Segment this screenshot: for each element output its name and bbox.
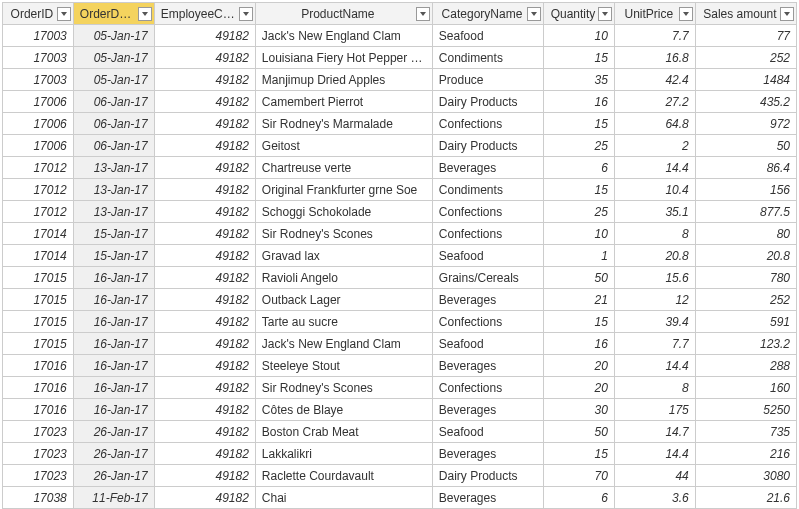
cell-categoryname[interactable]: Beverages [432, 443, 543, 465]
cell-categoryname[interactable]: Beverages [432, 355, 543, 377]
cell-categoryname[interactable]: Confections [432, 311, 543, 333]
cell-employeecode[interactable]: 49182 [154, 245, 255, 267]
cell-employeecode[interactable]: 49182 [154, 421, 255, 443]
cell-employeecode[interactable]: 49182 [154, 443, 255, 465]
cell-salesamount[interactable]: 80 [695, 223, 796, 245]
cell-orderid[interactable]: 17006 [3, 113, 74, 135]
cell-productname[interactable]: Raclette Courdavault [255, 465, 432, 487]
cell-unitprice[interactable]: 27.2 [614, 91, 695, 113]
cell-employeecode[interactable]: 49182 [154, 267, 255, 289]
cell-unitprice[interactable]: 14.4 [614, 157, 695, 179]
cell-unitprice[interactable]: 16.8 [614, 47, 695, 69]
column-header-quantity[interactable]: Quantity [544, 3, 615, 25]
cell-salesamount[interactable]: 50 [695, 135, 796, 157]
cell-categoryname[interactable]: Grains/Cereals [432, 267, 543, 289]
cell-orderid[interactable]: 17016 [3, 355, 74, 377]
cell-orderdate[interactable]: 16-Jan-17 [73, 289, 154, 311]
cell-categoryname[interactable]: Produce [432, 69, 543, 91]
cell-orderid[interactable]: 17003 [3, 69, 74, 91]
cell-employeecode[interactable]: 49182 [154, 113, 255, 135]
table-row[interactable]: 1701616-Jan-1749182Côtes de BlayeBeverag… [3, 399, 797, 421]
cell-quantity[interactable]: 6 [544, 157, 615, 179]
cell-unitprice[interactable]: 8 [614, 223, 695, 245]
cell-orderid[interactable]: 17006 [3, 91, 74, 113]
cell-salesamount[interactable]: 591 [695, 311, 796, 333]
cell-categoryname[interactable]: Seafood [432, 25, 543, 47]
cell-employeecode[interactable]: 49182 [154, 47, 255, 69]
table-row[interactable]: 1701516-Jan-1749182Ravioli AngeloGrains/… [3, 267, 797, 289]
cell-quantity[interactable]: 21 [544, 289, 615, 311]
cell-salesamount[interactable]: 3080 [695, 465, 796, 487]
cell-categoryname[interactable]: Seafood [432, 421, 543, 443]
cell-unitprice[interactable]: 64.8 [614, 113, 695, 135]
cell-unitprice[interactable]: 14.7 [614, 421, 695, 443]
cell-quantity[interactable]: 15 [544, 179, 615, 201]
cell-unitprice[interactable]: 15.6 [614, 267, 695, 289]
cell-unitprice[interactable]: 14.4 [614, 443, 695, 465]
cell-unitprice[interactable]: 14.4 [614, 355, 695, 377]
cell-orderdate[interactable]: 16-Jan-17 [73, 399, 154, 421]
cell-unitprice[interactable]: 42.4 [614, 69, 695, 91]
cell-employeecode[interactable]: 49182 [154, 201, 255, 223]
cell-categoryname[interactable]: Beverages [432, 399, 543, 421]
cell-orderid[interactable]: 17016 [3, 377, 74, 399]
cell-salesamount[interactable]: 5250 [695, 399, 796, 421]
cell-categoryname[interactable]: Beverages [432, 157, 543, 179]
column-header-orderdate[interactable]: OrderDate [73, 3, 154, 25]
table-row[interactable]: 1701516-Jan-1749182Jack's New England Cl… [3, 333, 797, 355]
cell-categoryname[interactable]: Confections [432, 223, 543, 245]
cell-productname[interactable]: Jack's New England Clam [255, 25, 432, 47]
column-header-categoryname[interactable]: CategoryName [432, 3, 543, 25]
cell-categoryname[interactable]: Dairy Products [432, 91, 543, 113]
cell-employeecode[interactable]: 49182 [154, 465, 255, 487]
column-header-employeecode[interactable]: EmployeeCode [154, 3, 255, 25]
filter-dropdown-icon[interactable] [57, 7, 71, 21]
cell-productname[interactable]: Original Frankfurter grne Soe [255, 179, 432, 201]
cell-orderid[interactable]: 17015 [3, 267, 74, 289]
cell-orderdate[interactable]: 16-Jan-17 [73, 311, 154, 333]
cell-orderid[interactable]: 17023 [3, 421, 74, 443]
cell-salesamount[interactable]: 160 [695, 377, 796, 399]
column-header-salesamount[interactable]: Sales amount [695, 3, 796, 25]
cell-salesamount[interactable]: 435.2 [695, 91, 796, 113]
cell-quantity[interactable]: 70 [544, 465, 615, 487]
cell-productname[interactable]: Lakkalikri [255, 443, 432, 465]
cell-orderdate[interactable]: 16-Jan-17 [73, 267, 154, 289]
cell-salesamount[interactable]: 780 [695, 267, 796, 289]
cell-quantity[interactable]: 25 [544, 201, 615, 223]
cell-categoryname[interactable]: Dairy Products [432, 135, 543, 157]
cell-orderid[interactable]: 17015 [3, 289, 74, 311]
cell-unitprice[interactable]: 2 [614, 135, 695, 157]
cell-productname[interactable]: Camembert Pierrot [255, 91, 432, 113]
table-row[interactable]: 1700305-Jan-1749182Jack's New England Cl… [3, 25, 797, 47]
cell-salesamount[interactable]: 288 [695, 355, 796, 377]
cell-productname[interactable]: Schoggi Schokolade [255, 201, 432, 223]
cell-categoryname[interactable]: Confections [432, 113, 543, 135]
table-row[interactable]: 1701415-Jan-1749182Sir Rodney's SconesCo… [3, 223, 797, 245]
cell-productname[interactable]: Boston Crab Meat [255, 421, 432, 443]
cell-quantity[interactable]: 15 [544, 311, 615, 333]
cell-unitprice[interactable]: 8 [614, 377, 695, 399]
cell-productname[interactable]: Gravad lax [255, 245, 432, 267]
cell-orderdate[interactable]: 26-Jan-17 [73, 443, 154, 465]
cell-quantity[interactable]: 16 [544, 333, 615, 355]
cell-salesamount[interactable]: 156 [695, 179, 796, 201]
cell-employeecode[interactable]: 49182 [154, 311, 255, 333]
cell-orderdate[interactable]: 05-Jan-17 [73, 47, 154, 69]
cell-productname[interactable]: Sir Rodney's Scones [255, 377, 432, 399]
filter-dropdown-icon[interactable] [598, 7, 612, 21]
cell-unitprice[interactable]: 44 [614, 465, 695, 487]
cell-orderdate[interactable]: 11-Feb-17 [73, 487, 154, 509]
cell-productname[interactable]: Chai [255, 487, 432, 509]
cell-productname[interactable]: Jack's New England Clam [255, 333, 432, 355]
cell-quantity[interactable]: 35 [544, 69, 615, 91]
table-row[interactable]: 1702326-Jan-1749182Boston Crab MeatSeafo… [3, 421, 797, 443]
table-row[interactable]: 1700305-Jan-1749182Manjimup Dried Apples… [3, 69, 797, 91]
cell-unitprice[interactable]: 20.8 [614, 245, 695, 267]
cell-salesamount[interactable]: 21.6 [695, 487, 796, 509]
cell-categoryname[interactable]: Beverages [432, 289, 543, 311]
cell-salesamount[interactable]: 735 [695, 421, 796, 443]
cell-employeecode[interactable]: 49182 [154, 355, 255, 377]
cell-orderdate[interactable]: 16-Jan-17 [73, 377, 154, 399]
cell-salesamount[interactable]: 972 [695, 113, 796, 135]
